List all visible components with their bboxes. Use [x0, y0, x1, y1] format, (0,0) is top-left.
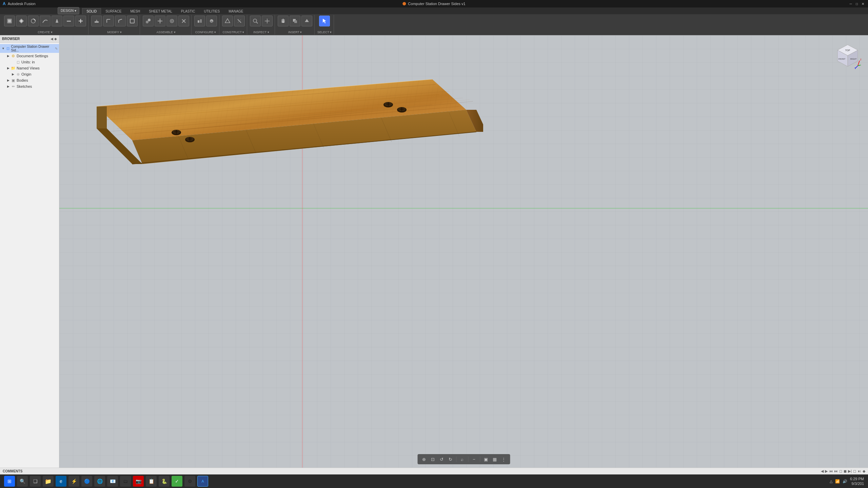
inspect-btn1[interactable] — [250, 16, 261, 26]
select-label: SELECT ▾ — [317, 30, 332, 34]
comment-btn8[interactable]: ◻ — [853, 469, 856, 473]
file-explorer-btn[interactable]: 📁 — [43, 476, 54, 487]
undo-orbit-btn[interactable]: ↺ — [438, 455, 445, 463]
select-btn1[interactable] — [319, 16, 330, 26]
edge-btn[interactable]: e — [56, 476, 66, 487]
assemble-btn1[interactable] — [143, 16, 154, 26]
sweep-btn[interactable] — [40, 16, 51, 26]
select-tools-row — [319, 16, 330, 26]
rib-btn[interactable] — [63, 16, 74, 26]
tree-bodies[interactable]: ▶ ▣ Bodies — [0, 77, 59, 83]
svg-point-12 — [148, 19, 151, 21]
viewport[interactable]: TOP RIGHT FRONT Z X Y ⊕ ⊡ ↺ ↻ ⌕ − — [59, 35, 868, 468]
render-mode-btn[interactable]: ▦ — [491, 455, 498, 463]
search-btn[interactable]: 🔍 — [17, 476, 28, 487]
comments-bar: COMMENTS ◀ ▶ ⏮ ⏭ ◻ ◼ ▶| ◻ ⏯ ◆ — [0, 468, 868, 474]
display-settings-btn[interactable]: ⊡ — [429, 455, 436, 463]
insert-btn2[interactable] — [290, 16, 300, 26]
grid-btn[interactable]: ⊕ — [420, 455, 428, 463]
design-mode-button[interactable]: DESIGN ▾ — [58, 7, 79, 14]
close-btn[interactable]: ✕ — [861, 1, 865, 6]
construct-btn1[interactable] — [222, 16, 233, 26]
board-svg — [76, 79, 483, 289]
tab-sheet-metal[interactable]: SHEET METAL — [144, 8, 177, 14]
named-views-arrow: ▶ — [6, 66, 10, 70]
fusion-active-btn[interactable]: A — [197, 476, 208, 487]
comment-btn9[interactable]: ⏯ — [857, 469, 861, 473]
tab-utilities[interactable]: UTILITIES — [200, 8, 224, 14]
inspect-btn2[interactable] — [262, 16, 273, 26]
more-btn[interactable]: ⋮ — [500, 455, 507, 463]
comment-btn7[interactable]: ▶| — [848, 469, 852, 473]
named-views-label: Named Views — [17, 66, 40, 70]
comment-first-btn[interactable]: ⏮ — [829, 469, 833, 473]
tab-mesh[interactable]: MESH — [126, 8, 144, 14]
task-view-btn[interactable]: ❑ — [30, 476, 41, 487]
tab-surface[interactable]: SURFACE — [101, 8, 126, 14]
zoom-minus-btn[interactable]: − — [470, 455, 478, 463]
browser-title: BROWSER — [2, 37, 20, 41]
shell-btn[interactable] — [127, 16, 138, 26]
comment-prev-btn[interactable]: ◀ — [821, 469, 824, 473]
construct-btn2[interactable] — [234, 16, 245, 26]
new-component-btn[interactable] — [4, 16, 15, 26]
title-left: A Autodesk Fusion — [3, 1, 36, 6]
time: 6:29 PM — [850, 476, 864, 481]
taskbar-btn12[interactable]: 📋 — [146, 476, 157, 487]
loft-btn[interactable] — [52, 16, 62, 26]
svg-rect-9 — [95, 21, 99, 23]
viewcube[interactable]: TOP RIGHT FRONT Z X Y — [834, 42, 861, 69]
add-btn[interactable] — [75, 16, 86, 26]
browser-expand-btn[interactable]: ◀ ◆ — [51, 37, 57, 41]
create-group: CREATE ▾ — [2, 15, 88, 35]
tree-sketches[interactable]: ▶ ✏ Sketches — [0, 83, 59, 89]
taskbar-btn9[interactable]: 📧 — [107, 476, 118, 487]
tab-solid[interactable]: SOLID — [82, 8, 101, 14]
root-edit-icon[interactable]: ✎ — [55, 47, 58, 50]
insert-btn3[interactable] — [301, 16, 312, 26]
svg-text:Y: Y — [854, 67, 856, 69]
svg-text:FRONT: FRONT — [839, 58, 846, 60]
redo-orbit-btn[interactable]: ↻ — [447, 455, 454, 463]
browser-panel: BROWSER ◀ ◆ ▼ ⊡ Computer Station Drawer … — [0, 35, 59, 468]
configure-btn1[interactable] — [194, 16, 205, 26]
taskbar-btn13[interactable]: 🐍 — [159, 476, 170, 487]
extrude-btn[interactable] — [16, 16, 27, 26]
svg-rect-20 — [200, 19, 202, 23]
fillet-btn[interactable] — [103, 16, 114, 26]
assemble-btn3[interactable] — [166, 16, 177, 26]
comment-next-btn[interactable]: ▶ — [825, 469, 828, 473]
taskbar-btn15[interactable]: ⚙ — [184, 476, 195, 487]
tab-plastic[interactable]: PLASTIC — [177, 8, 200, 14]
assemble-btn4[interactable] — [178, 16, 189, 26]
tree-units[interactable]: ◻ Units: in — [0, 59, 59, 65]
assemble-btn2[interactable] — [155, 16, 165, 26]
display-mode-btn[interactable]: ▣ — [482, 455, 490, 463]
comment-btn5[interactable]: ◻ — [839, 469, 842, 473]
taskbar-btn7[interactable]: 🔵 — [81, 476, 92, 487]
fit-btn[interactable]: ⌕ — [458, 455, 466, 463]
comment-last-btn[interactable]: ⏭ — [834, 469, 838, 473]
chamfer-btn[interactable] — [115, 16, 126, 26]
taskbar-btn10[interactable]: 🗂 — [120, 476, 131, 487]
tab-manage[interactable]: MANAGE — [224, 8, 248, 14]
configure-btn2[interactable]: fx — [206, 16, 217, 26]
svg-point-11 — [146, 21, 149, 23]
start-btn[interactable]: ⊞ — [4, 476, 15, 487]
insert-btn1[interactable] — [278, 16, 289, 26]
taskbar-btn8[interactable]: 🌐 — [94, 476, 105, 487]
taskbar-btn11[interactable]: 📷 — [133, 476, 144, 487]
tree-origin[interactable]: ▶ ⊕ Origin — [0, 71, 59, 77]
taskbar-btn14[interactable]: ✓ — [172, 476, 182, 487]
sep2 — [468, 456, 468, 462]
tree-named-views[interactable]: ▶ 📁 Named Views — [0, 65, 59, 71]
comment-btn6[interactable]: ◼ — [844, 469, 847, 473]
tree-doc-settings[interactable]: ▶ ⚙ Document Settings — [0, 53, 59, 59]
comment-settings-btn[interactable]: ◆ — [863, 469, 865, 473]
press-pull-btn[interactable] — [91, 16, 102, 26]
maximize-btn[interactable]: □ — [854, 1, 859, 6]
taskbar-btn6[interactable]: ⚡ — [68, 476, 79, 487]
revolve-btn[interactable] — [28, 16, 39, 26]
tree-root-item[interactable]: ▼ ⊡ Computer Station Drawer Sid... ✎ — [0, 44, 59, 53]
minimize-btn[interactable]: ─ — [848, 1, 853, 6]
